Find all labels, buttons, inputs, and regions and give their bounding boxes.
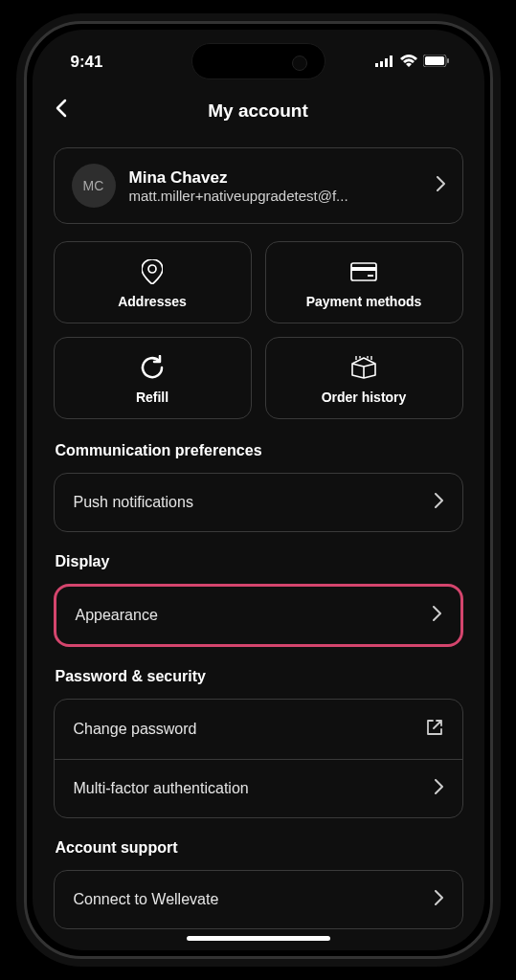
svg-rect-3 <box>390 56 393 67</box>
svg-rect-7 <box>351 263 376 280</box>
tile-label: Addresses <box>118 294 187 309</box>
list-item-label: Multi-factor authentication <box>74 780 249 797</box>
tile-payment[interactable]: Payment methods <box>265 241 463 323</box>
box-icon <box>350 355 377 380</box>
signal-icon <box>375 53 394 72</box>
chevron-right-icon <box>435 779 443 798</box>
profile-email: matt.miller+nativeupgradetest@f... <box>129 188 423 204</box>
card-icon <box>350 259 377 284</box>
tile-label: Order history <box>322 390 407 405</box>
avatar: MC <box>72 164 116 208</box>
status-time: 9:41 <box>71 53 103 72</box>
svg-rect-8 <box>351 267 376 271</box>
appearance-item[interactable]: Appearance <box>56 587 460 644</box>
header: My account <box>33 81 484 140</box>
svg-rect-9 <box>368 275 373 277</box>
push-notifications-item[interactable]: Push notifications <box>55 474 462 531</box>
back-button[interactable] <box>56 99 84 122</box>
tile-orders[interactable]: Order history <box>265 337 463 419</box>
chevron-right-icon <box>433 606 441 625</box>
external-link-icon <box>426 719 443 740</box>
tile-label: Payment methods <box>306 294 422 309</box>
svg-rect-6 <box>447 58 449 63</box>
chevron-right-icon <box>435 890 443 909</box>
section-title-communication: Communication preferences <box>56 442 461 459</box>
tile-label: Refill <box>136 390 168 405</box>
section-title-display: Display <box>56 553 461 570</box>
pin-icon <box>142 259 163 284</box>
page-title: My account <box>208 100 308 122</box>
list-item-label: Connect to Wellevate <box>74 891 219 908</box>
refresh-icon <box>140 355 165 380</box>
chevron-right-icon <box>437 176 445 195</box>
wellevate-item[interactable]: Connect to Wellevate <box>55 871 462 928</box>
profile-card[interactable]: MC Mina Chavez matt.miller+nativeupgrade… <box>54 147 463 224</box>
chevron-right-icon <box>435 493 443 512</box>
home-indicator[interactable] <box>187 936 330 941</box>
section-title-support: Account support <box>56 839 461 857</box>
wifi-icon <box>400 53 417 72</box>
change-password-item[interactable]: Change password <box>55 700 462 759</box>
svg-rect-2 <box>385 58 388 67</box>
phone-frame: 9:41 My account MC <box>24 21 493 959</box>
list-item-label: Appearance <box>76 607 158 624</box>
list-item-label: Change password <box>74 721 197 738</box>
section-title-security: Password & security <box>56 668 461 685</box>
profile-name: Mina Chavez <box>129 168 423 188</box>
battery-icon <box>423 53 450 72</box>
mfa-item[interactable]: Multi-factor authentication <box>55 759 462 817</box>
svg-rect-5 <box>425 56 444 65</box>
tile-addresses[interactable]: Addresses <box>54 241 252 323</box>
svg-rect-0 <box>375 63 378 67</box>
svg-rect-1 <box>380 61 383 67</box>
notch <box>191 43 325 79</box>
tile-refill[interactable]: Refill <box>54 337 252 419</box>
list-item-label: Push notifications <box>74 494 193 511</box>
